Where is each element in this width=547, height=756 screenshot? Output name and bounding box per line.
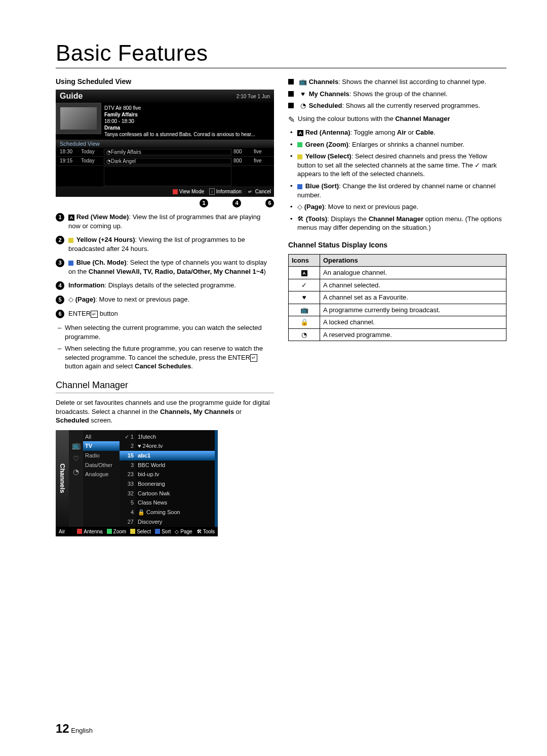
guide-synopsis: Tanya confesses all to a stunned Babs. C… xyxy=(104,132,255,137)
item-number-icon: 6 xyxy=(56,310,64,318)
chmgr-number-column: ✓ 1 2 15 3 23 33 32 5 4 27 xyxy=(120,430,136,527)
cat-item-selected: TV xyxy=(83,441,120,451)
block-bold: Channels xyxy=(309,78,339,86)
chmgr-category-column: All TV Radio Data/Other Analogue xyxy=(83,430,120,527)
left-column: Using Scheduled View Guide 2:10 Tue 1 Ju… xyxy=(56,77,274,536)
schedule-programme: ◔Dark Angel xyxy=(104,158,231,164)
info-key-icon: i xyxy=(209,188,215,195)
guide-datetime: 2:10 Tue 1 Jun xyxy=(237,94,270,99)
list-item: 2 Yellow (+24 Hours): Viewing the list o… xyxy=(56,235,274,253)
channel-manager-description: Delete or set favourites channels and us… xyxy=(56,398,274,425)
op-cell: A channel selected. xyxy=(320,279,506,291)
op-cell: An analogue channel. xyxy=(320,267,506,279)
item-bold: Yellow (+24 Hours) xyxy=(76,236,135,243)
schedule-programme-name: Dark Angel xyxy=(111,158,136,164)
page-title: Basic Features xyxy=(56,40,506,66)
item-bold3: All, TV, Radio, Data/Other, My Channel 1… xyxy=(131,268,263,275)
page-diamond-icon: ◇ xyxy=(68,296,73,303)
item-text: Blue (Ch. Mode): Select the type of chan… xyxy=(68,258,274,276)
cat-item: All xyxy=(83,432,120,442)
schedule-row: 19:15 Today ◔Dark Angel 800 five xyxy=(56,157,274,166)
block-square-icon xyxy=(288,79,294,85)
cat-item: Data/Other xyxy=(83,460,120,470)
op-cell: A channel set as a Favourite. xyxy=(320,291,506,304)
block-rest: : Shows the group of the channel. xyxy=(349,90,448,98)
li-text: : Displays the xyxy=(327,215,369,223)
table-header-row: Icons Operations xyxy=(289,254,506,267)
li-text: : Move to next or previous page. xyxy=(324,203,418,211)
ch-num: 2 xyxy=(120,441,136,451)
schedule-channel-num: 800 xyxy=(233,149,254,155)
callout-6: 6 xyxy=(265,199,274,207)
badge-label: Zoom xyxy=(113,529,127,534)
block-item: ◔ Scheduled: Shows all the currently res… xyxy=(288,101,506,110)
block-bold: My Channels xyxy=(309,90,349,98)
schedule-channel-name: five xyxy=(254,149,274,155)
block-rest: : Shows all the currently reserved progr… xyxy=(342,102,480,109)
th-icons: Icons xyxy=(289,254,320,267)
chmgr-icon-column: 📺 ♡ ◔ xyxy=(69,430,83,527)
note-row: ✎ Using the colour buttons with the Chan… xyxy=(288,114,506,125)
page-number: 12 English xyxy=(56,722,93,736)
section-rule xyxy=(56,393,274,393)
item-text2: button xyxy=(98,310,118,317)
icon-cell: 📺 xyxy=(289,304,320,316)
table-row: AAn analogue channel. xyxy=(289,267,506,279)
sub-list-item-6: When selecting the current programme, yo… xyxy=(56,323,274,371)
ch-num: 23 xyxy=(120,470,136,479)
badge-label: Select xyxy=(137,529,151,534)
guide-metadata: DTV Air 800 five Family Affairs 18:00 - … xyxy=(101,103,258,140)
item-text: ENTER↵ button xyxy=(68,309,118,318)
item-text: Information: Displays details of the sel… xyxy=(68,281,236,290)
page-language: English xyxy=(71,727,93,734)
li-bold2: Air xyxy=(397,129,406,136)
item-rest: : Displays details of the selected progr… xyxy=(105,281,236,289)
table-row: ♥A channel set as a Favourite. xyxy=(289,291,506,304)
li-text: : Toggle among xyxy=(350,129,397,136)
ch-name: 1futech xyxy=(136,432,215,442)
li-text: : Enlarges or shrinks a channel number. xyxy=(348,141,464,148)
li-bold: (Tools) xyxy=(306,215,327,223)
ch-num: 5 xyxy=(120,498,136,508)
cat-item: Analogue xyxy=(83,470,120,479)
schedule-row: 18:30 Today ◔Family Affairs 800 five xyxy=(56,148,274,157)
subheading-scheduled-view: Using Scheduled View xyxy=(56,77,274,86)
zoom-badge: Zoom xyxy=(107,529,127,534)
item-bold: Red (View Mode) xyxy=(76,213,129,221)
ch-name: bid-up.tv xyxy=(136,470,215,479)
sub-text-bold: Cancel Schedules xyxy=(135,362,191,370)
page-badge: ◇ Page xyxy=(175,529,192,534)
op-cell: A locked channel. xyxy=(320,316,506,329)
schedule-day: Today xyxy=(81,149,104,155)
scheduled-rows: 18:30 Today ◔Family Affairs 800 five 19:… xyxy=(56,148,274,186)
ch-name: 🔒 Coming Soon xyxy=(136,508,215,517)
green-button-icon xyxy=(297,142,302,147)
item-number-icon: 1 xyxy=(56,213,64,222)
schedule-day: Today xyxy=(81,158,104,164)
icon-cell: ♥ xyxy=(289,291,320,304)
block-item: 📺 Channels: Shows the channel list accor… xyxy=(288,77,506,87)
note-icon: ✎ xyxy=(288,114,295,125)
guide-programme-title: Family Affairs xyxy=(104,111,255,118)
badge-label: Antenna xyxy=(84,529,102,534)
ch-name: Discovery xyxy=(136,517,215,527)
list-item: 1 A Red (View Mode): View the list of pr… xyxy=(56,213,274,230)
callout-4: 4 xyxy=(232,199,241,207)
schedule-programme: ◔Family Affairs xyxy=(104,149,231,155)
manual-page: Basic Features Using Scheduled View Guid… xyxy=(0,0,547,756)
scheduled-icon: ◔ xyxy=(299,101,307,110)
enter-key-icon: ↵ xyxy=(247,189,254,195)
sub-text-end: . xyxy=(191,362,193,370)
ch-num-selected: 15 xyxy=(120,451,136,460)
table-row: 📺A programme currently being broadcast. xyxy=(289,304,506,316)
view-mode-label: View Mode xyxy=(179,189,204,194)
guide-footer: View Mode iInformation ↵Cancel xyxy=(56,186,274,197)
chmgr-body: Channels 📺 ♡ ◔ All TV Radio Data/Other A… xyxy=(56,430,218,527)
li-text3: . xyxy=(434,129,436,136)
list-item: 🛠 (Tools): Displays the Channel Manager … xyxy=(297,215,506,232)
item-text-span: ENTER xyxy=(68,310,91,317)
chmgr-name-column: 1futech ♥ 24ore.tv abc1 BBC World bid-up… xyxy=(136,430,218,527)
block-rest: : Shows the channel list according to ch… xyxy=(338,78,486,86)
list-item: 3 Blue (Ch. Mode): Select the type of ch… xyxy=(56,258,274,276)
scheduled-view-row-label: Scheduled View xyxy=(56,140,274,148)
